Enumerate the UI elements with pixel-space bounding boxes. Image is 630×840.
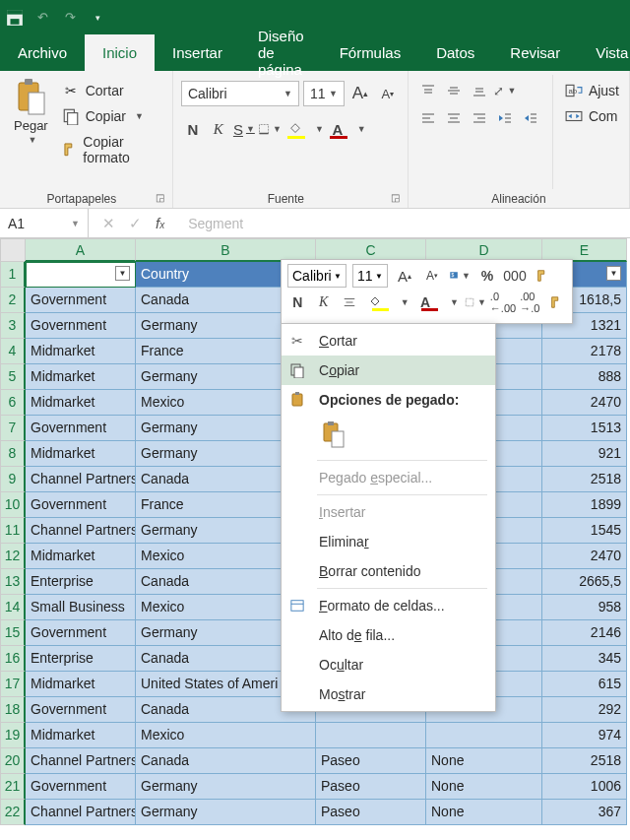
- tab-archivo[interactable]: Archivo: [0, 34, 85, 71]
- ctx-cortar[interactable]: ✂ Cortar: [282, 326, 495, 355]
- cell[interactable]: Mexico: [136, 723, 316, 748]
- row-header[interactable]: 15: [0, 620, 26, 646]
- decrease-indent-button[interactable]: [493, 106, 517, 130]
- filter-icon[interactable]: ▼: [115, 266, 130, 281]
- qat-customize-icon[interactable]: ▾: [89, 9, 106, 27]
- paste-button[interactable]: Pegar ▼: [8, 75, 54, 189]
- cell[interactable]: Channel Partners: [26, 467, 136, 492]
- cell[interactable]: Midmarket: [26, 672, 136, 697]
- mini-font-size[interactable]: 11▼: [352, 264, 388, 288]
- italic-button[interactable]: K: [207, 116, 230, 142]
- dialog-launcher-icon[interactable]: ◲: [156, 192, 164, 203]
- cell[interactable]: 1513: [542, 416, 627, 441]
- copy-button[interactable]: Copiar ▼: [60, 106, 164, 126]
- row-header[interactable]: 11: [0, 518, 26, 544]
- ctx-pegado-especial[interactable]: Pegado especial...: [282, 463, 495, 492]
- mini-accounting-format[interactable]: $▼: [449, 265, 471, 287]
- wrap-text-button[interactable]: ab Ajust: [563, 81, 621, 100]
- row-header[interactable]: 16: [0, 646, 26, 672]
- grow-font-button[interactable]: A▴: [348, 81, 372, 106]
- tab-inicio[interactable]: Inicio: [85, 34, 155, 71]
- cell[interactable]: Midmarket: [26, 544, 136, 569]
- chevron-down-icon[interactable]: ▼: [357, 124, 366, 134]
- cell[interactable]: 292: [542, 697, 627, 723]
- ctx-ocultar[interactable]: Ocultar: [282, 650, 495, 679]
- col-header-A[interactable]: A: [26, 238, 136, 262]
- cell[interactable]: [426, 723, 542, 748]
- cell[interactable]: 921: [542, 441, 627, 467]
- orientation-button[interactable]: ⤢▼: [493, 79, 517, 102]
- format-painter-button[interactable]: Copiar formato: [60, 132, 164, 167]
- ctx-alto-fila[interactable]: Alto de fila...: [282, 620, 495, 650]
- cell-A1[interactable]: Segment▼: [26, 262, 136, 288]
- mini-percent-button[interactable]: %: [476, 265, 498, 287]
- tab-vista[interactable]: Vista: [578, 34, 630, 71]
- font-size-combo[interactable]: 11▼: [303, 81, 345, 106]
- cell[interactable]: Germany: [136, 774, 316, 800]
- redo-icon[interactable]: ↷: [61, 9, 79, 27]
- mini-bold[interactable]: N: [287, 291, 308, 313]
- cell[interactable]: None: [426, 800, 542, 825]
- cell[interactable]: Government: [26, 697, 136, 723]
- cell[interactable]: 615: [542, 672, 627, 697]
- ctx-formato-celdas[interactable]: Formato de celdas...: [282, 591, 495, 620]
- cell[interactable]: 345: [542, 646, 627, 672]
- cell[interactable]: Midmarket: [26, 390, 136, 416]
- align-top-button[interactable]: [416, 79, 440, 102]
- mini-font-name[interactable]: Calibri▼: [287, 264, 346, 288]
- cell[interactable]: Channel Partners: [26, 518, 136, 544]
- mini-borders[interactable]: ▼: [465, 291, 486, 313]
- cell[interactable]: Channel Partners: [26, 748, 136, 774]
- cell[interactable]: [316, 723, 426, 748]
- ctx-insertar[interactable]: Insertar: [282, 497, 495, 527]
- align-center-button[interactable]: [442, 106, 466, 130]
- underline-button[interactable]: S▼: [232, 116, 256, 142]
- align-middle-button[interactable]: [442, 79, 466, 102]
- cell[interactable]: Government: [26, 416, 136, 441]
- ctx-copiar[interactable]: Copiar: [282, 355, 495, 385]
- chevron-down-icon[interactable]: ▼: [450, 297, 459, 307]
- mini-format-painter[interactable]: [532, 265, 553, 287]
- formula-input[interactable]: Segment: [178, 209, 630, 237]
- align-left-button[interactable]: [416, 106, 440, 130]
- cell[interactable]: 1899: [542, 492, 627, 518]
- mini-grow-font[interactable]: A▴: [394, 265, 415, 287]
- cell[interactable]: 958: [542, 595, 627, 620]
- tab-formulas[interactable]: Fórmulas: [322, 34, 419, 71]
- cell[interactable]: Government: [26, 620, 136, 646]
- row-header[interactable]: 8: [0, 441, 26, 467]
- cell[interactable]: Canada: [136, 748, 316, 774]
- cell[interactable]: 1545: [542, 518, 627, 544]
- row-header[interactable]: 13: [0, 569, 26, 595]
- cell[interactable]: 2178: [542, 339, 627, 364]
- bold-button[interactable]: N: [181, 116, 205, 142]
- cell[interactable]: None: [426, 774, 542, 800]
- row-header[interactable]: 12: [0, 544, 26, 569]
- row-header[interactable]: 21: [0, 774, 26, 800]
- cell[interactable]: Paseo: [316, 800, 426, 825]
- row-header[interactable]: 10: [0, 492, 26, 518]
- cell[interactable]: Midmarket: [26, 339, 136, 364]
- cell[interactable]: Government: [26, 492, 136, 518]
- cell[interactable]: 2470: [542, 390, 627, 416]
- cell[interactable]: 974: [542, 723, 627, 748]
- cell[interactable]: Paseo: [316, 748, 426, 774]
- ctx-mostrar[interactable]: Mostrar: [282, 679, 495, 709]
- row-header[interactable]: 7: [0, 416, 26, 441]
- cell[interactable]: Paseo: [316, 774, 426, 800]
- mini-decrease-decimal[interactable]: .00→.0: [520, 291, 540, 313]
- cell[interactable]: 367: [542, 800, 627, 825]
- ctx-paste-default[interactable]: [319, 419, 348, 452]
- ctx-borrar[interactable]: Borrar contenido: [282, 556, 495, 586]
- cell[interactable]: 888: [542, 364, 627, 390]
- cell[interactable]: 2470: [542, 544, 627, 569]
- save-icon[interactable]: [6, 9, 24, 27]
- cell[interactable]: 2146: [542, 620, 627, 646]
- cell[interactable]: Channel Partners: [26, 800, 136, 825]
- select-all-corner[interactable]: [0, 238, 26, 262]
- cell[interactable]: Midmarket: [26, 723, 136, 748]
- tab-revisar[interactable]: Revisar: [492, 34, 578, 71]
- cell[interactable]: Government: [26, 774, 136, 800]
- tab-insertar[interactable]: Insertar: [155, 34, 240, 71]
- cell[interactable]: 1006: [542, 774, 627, 800]
